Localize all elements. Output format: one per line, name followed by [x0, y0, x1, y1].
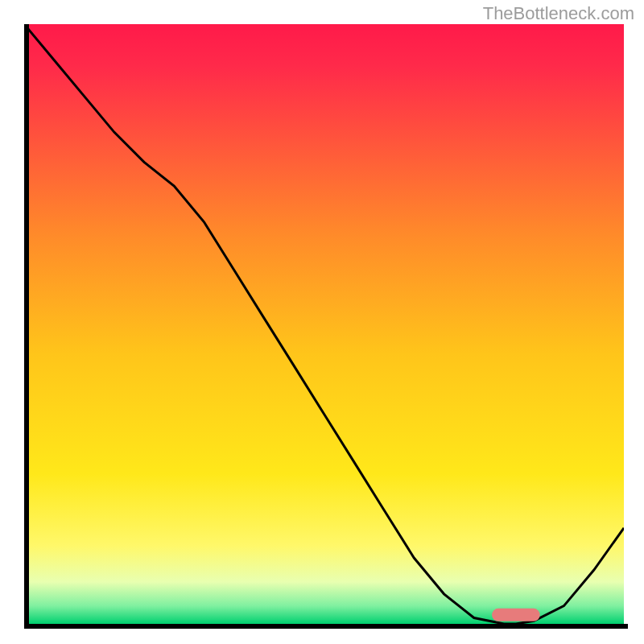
marker-bar [492, 609, 540, 621]
plot-area [24, 24, 624, 624]
chart-container: TheBottleneck.com [0, 0, 644, 644]
gradient-background [24, 24, 624, 624]
watermark-text: TheBottleneck.com [483, 3, 634, 24]
chart-svg [24, 24, 624, 624]
x-axis [24, 624, 628, 629]
y-axis [24, 24, 29, 628]
